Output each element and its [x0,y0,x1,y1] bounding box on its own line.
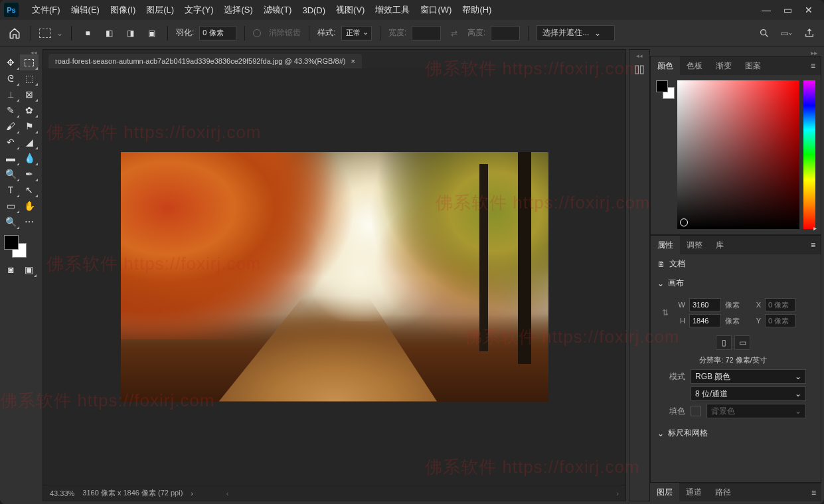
tab-channels[interactable]: 通道 [679,483,708,501]
healing-brush-tool-icon[interactable]: ✿ [20,102,39,118]
document-tabs: road-forest-season-autumn-acb7a2b0419ad3… [43,50,625,68]
scroll-right-icon[interactable]: › [616,489,619,497]
workspace-icon[interactable]: ▭⌄ [779,25,795,41]
tab-properties[interactable]: 属性 [651,236,680,255]
menu-edit[interactable]: 编辑(E) [66,4,105,16]
status-chevron-icon[interactable]: › [191,489,193,497]
eraser-tool-icon[interactable]: ◢ [20,134,39,150]
canvas[interactable] [43,68,625,485]
menu-plugins[interactable]: 增效工具 [370,4,415,16]
antialias-label: 消除锯齿 [269,27,301,39]
minimize-icon[interactable]: — [762,5,771,15]
color-field[interactable] [677,80,799,229]
canvas-section-toggle[interactable]: ⌄ 画布 [651,274,821,293]
crop-tool-icon[interactable]: ⟂ [1,86,20,102]
feather-input[interactable] [199,26,236,41]
menu-layer[interactable]: 图层(L) [141,4,179,16]
brush-tool-icon[interactable]: 🖌 [1,118,20,134]
fill-swatch[interactable] [691,406,701,416]
right-panels: ▸▸ 颜色 色板 渐变 图案 ≡ [650,49,821,501]
collapsed-panel-icon[interactable] [631,62,647,78]
collapse-panels-icon[interactable]: ▸▸ [650,49,821,56]
home-icon[interactable] [7,25,23,41]
tab-libraries[interactable]: 库 [709,236,730,255]
zoom-tool-icon[interactable]: 🔍 [1,214,20,230]
foreground-color[interactable] [4,235,19,250]
panel-foreground-color[interactable] [656,80,668,92]
scroll-left-icon[interactable]: ‹ [226,489,229,497]
menu-type[interactable]: 文字(Y) [179,4,218,16]
x-input [765,298,795,311]
new-selection-icon[interactable]: ■ [80,25,96,41]
y-input [765,314,795,327]
clone-stamp-tool-icon[interactable]: ⚑ [20,118,39,134]
add-selection-icon[interactable]: ◧ [101,25,117,41]
tab-paths[interactable]: 路径 [708,483,738,501]
shape-tool-icon[interactable]: ▭ [1,198,20,214]
lasso-tool-icon[interactable]: ᘓ [1,70,20,86]
rulers-section-toggle[interactable]: ⌄ 标尺和网格 [651,424,821,443]
menu-image[interactable]: 图像(I) [105,4,141,16]
share-icon[interactable] [801,25,817,41]
color-picker [651,75,821,234]
tab-swatches[interactable]: 色板 [680,56,709,76]
tab-adjustments[interactable]: 调整 [680,236,709,255]
quick-mask-icon[interactable]: ◙ [3,262,19,278]
dodge-tool-icon[interactable]: 🔍 [1,166,20,182]
width-input[interactable] [689,298,721,311]
search-icon[interactable] [756,25,772,41]
path-select-tool-icon[interactable]: ↖ [20,182,39,198]
tab-patterns[interactable]: 图案 [738,56,768,76]
unit-label: 像素 [725,300,745,310]
menu-3d[interactable]: 3D(D) [297,5,331,15]
gradient-tool-icon[interactable]: ▬ [1,150,20,166]
menu-window[interactable]: 窗口(W) [415,4,457,16]
link-wh-icon[interactable]: ⇅ [660,295,671,330]
marquee-tool-icon[interactable] [39,29,51,38]
hue-slider[interactable] [803,80,815,229]
zoom-level[interactable]: 43.33% [50,489,74,497]
maximize-icon[interactable]: ▭ [783,5,792,15]
select-and-mask-button[interactable]: 选择并遮住... [536,25,615,41]
move-tool-icon[interactable]: ✥ [1,54,20,70]
document-tab-label: road-forest-season-autumn-acb7a2b0419ad3… [55,57,345,65]
subtract-selection-icon[interactable]: ◨ [122,25,138,41]
edit-toolbar-icon[interactable]: ⋯ [20,214,39,230]
tab-gradients[interactable]: 渐变 [709,56,738,76]
menu-select[interactable]: 选择(S) [218,4,258,16]
screen-mode-icon[interactable]: ▣ [21,262,37,278]
tab-layers[interactable]: 图层 [650,483,679,501]
history-brush-tool-icon[interactable]: ↶ [1,134,20,150]
status-bar: 43.33% 3160 像素 x 1846 像素 (72 ppi) › ‹ › [43,485,625,501]
doc-dimensions[interactable]: 3160 像素 x 1846 像素 (72 ppi) [82,488,183,498]
bit-depth-select[interactable]: 8 位/通道 [691,386,806,401]
tab-color[interactable]: 颜色 [651,56,680,76]
frame-tool-icon[interactable]: ⊠ [20,86,39,102]
intersect-selection-icon[interactable]: ▣ [143,25,159,41]
menu-help[interactable]: 帮助(H) [457,4,497,16]
menu-view[interactable]: 视图(V) [331,4,370,16]
y-label: Y [749,317,761,325]
fill-select[interactable]: 背景色 [706,404,806,418]
color-mode-select[interactable]: RGB 颜色 [691,369,806,384]
eyedropper-tool-icon[interactable]: ✎ [1,102,20,118]
close-icon[interactable]: ✕ [804,5,813,15]
hand-tool-icon[interactable]: ✋ [20,198,39,214]
close-tab-icon[interactable]: × [351,57,355,65]
panel-menu-icon[interactable]: ≡ [805,240,821,250]
document-tab[interactable]: road-forest-season-autumn-acb7a2b0419ad3… [48,54,362,68]
quick-select-tool-icon[interactable]: ⬚ [20,70,39,86]
panel-menu-icon[interactable]: ≡ [806,488,821,497]
menu-file[interactable]: 文件(F) [27,4,66,16]
color-swatches[interactable] [3,234,37,258]
portrait-orientation-button[interactable]: ▯ [716,335,732,350]
pen-tool-icon[interactable]: ✒ [20,166,39,182]
marquee-tool-icon[interactable] [20,54,39,70]
height-input[interactable] [689,314,721,327]
type-tool-icon[interactable]: T [1,182,20,198]
blur-tool-icon[interactable]: 💧 [20,150,39,166]
menu-filter[interactable]: 滤镜(T) [258,4,297,16]
panel-menu-icon[interactable]: ≡ [805,61,821,70]
landscape-orientation-button[interactable]: ▭ [734,335,750,350]
style-select[interactable]: 正常 [341,26,372,41]
